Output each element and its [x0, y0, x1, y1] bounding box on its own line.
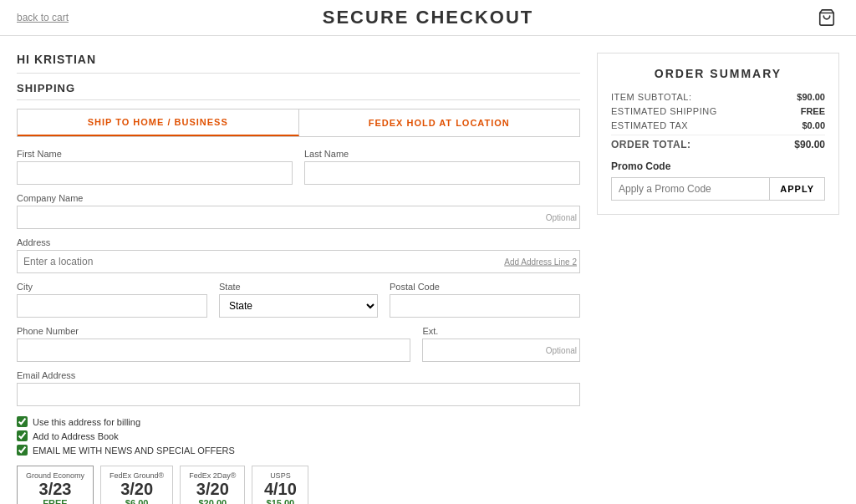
- summary-row-tax: ESTIMATED TAX $0.00: [611, 120, 825, 130]
- ship-date-2: 3/20: [189, 480, 236, 498]
- add-address-line2-link[interactable]: Add Address Line 2: [504, 257, 580, 267]
- right-panel: ORDER SUMMARY ITEM SUBTOTAL: $90.00 ESTI…: [597, 53, 839, 504]
- first-name-group: First Name: [17, 149, 293, 185]
- greeting: HI KRISTIAN: [17, 53, 580, 74]
- checkbox-billing-label: Use this address for billing: [33, 417, 140, 427]
- ext-group: Ext. Optional: [422, 326, 580, 362]
- ship-date-3: 4/10: [261, 480, 299, 498]
- name-row: First Name Last Name: [17, 149, 580, 185]
- ship-date-1: 3/20: [110, 480, 164, 498]
- first-name-input[interactable]: [17, 161, 293, 185]
- phone-group: Phone Number: [17, 326, 410, 362]
- ship-label-1: FedEx Ground®: [110, 471, 164, 480]
- address-label: Address: [17, 237, 580, 247]
- order-summary-title: ORDER SUMMARY: [611, 67, 825, 80]
- checkbox-email-offers-label: EMAIL ME WITH NEWS AND SPECIAL OFFERS: [33, 445, 235, 456]
- ship-label-3: USPS: [261, 471, 299, 480]
- postal-code-group: Postal Code: [390, 282, 580, 318]
- company-optional-hint: Optional: [13, 213, 577, 222]
- address-row: Address Add Address Line 2: [17, 237, 580, 273]
- checkbox-address-book-input[interactable]: [17, 430, 28, 441]
- ship-date-0: 3/23: [26, 480, 84, 498]
- checkbox-email-offers: EMAIL ME WITH NEWS AND SPECIAL OFFERS: [17, 445, 580, 456]
- phone-label: Phone Number: [17, 326, 410, 336]
- address-input[interactable]: [17, 250, 580, 273]
- email-input[interactable]: [17, 383, 580, 406]
- total-value: $90.00: [794, 139, 825, 150]
- page-title: SECURE CHECKOUT: [323, 7, 533, 28]
- left-panel: HI KRISTIAN SHIPPING SHIP TO HOME / BUSI…: [17, 53, 580, 504]
- state-label: State: [219, 282, 378, 292]
- shipping-tab-row: SHIP TO HOME / BUSINESS FEDEX HOLD AT LO…: [17, 109, 580, 137]
- tab-fedex-hold[interactable]: FEDEX HOLD AT LOCATION: [299, 109, 580, 136]
- ship-price-2: $20.00: [189, 498, 236, 504]
- subtotal-value: $90.00: [797, 92, 825, 102]
- last-name-label: Last Name: [304, 149, 580, 159]
- ship-price-3: $15.00: [261, 498, 299, 504]
- tab-ship-to-home[interactable]: SHIP TO HOME / BUSINESS: [18, 109, 299, 136]
- state-select[interactable]: State ALAKAZAR CACOCTDE FLGAHIID ILINIAK…: [219, 294, 378, 318]
- promo-apply-button[interactable]: APPLY: [769, 177, 825, 201]
- shipping-heading: SHIPPING: [17, 82, 580, 100]
- phone-input[interactable]: [17, 339, 410, 362]
- ext-label: Ext.: [422, 326, 580, 336]
- shipping-option-ground-economy[interactable]: Ground Economy 3/23 FREE 2-8 Days: [17, 466, 94, 504]
- company-name-group: Company Name Optional: [17, 193, 580, 229]
- address-input-wrap: Add Address Line 2: [17, 250, 580, 273]
- order-summary-box: ORDER SUMMARY ITEM SUBTOTAL: $90.00 ESTI…: [597, 53, 839, 215]
- shipping-section: SHIPPING SHIP TO HOME / BUSINESS FEDEX H…: [17, 82, 580, 504]
- ship-label-0: Ground Economy: [26, 471, 84, 480]
- state-group: State State ALAKAZAR CACOCTDE FLGAHIID I…: [219, 282, 378, 318]
- email-group: Email Address: [17, 370, 580, 406]
- phone-row: Phone Number Ext. Optional: [17, 326, 580, 362]
- tax-label: ESTIMATED TAX: [611, 120, 688, 130]
- ext-optional-hint: Optional: [546, 346, 577, 355]
- shipping-option-usps[interactable]: USPS 4/10 $15.00 19-24 Days: [252, 466, 308, 504]
- shipping-label: ESTIMATED SHIPPING: [611, 106, 717, 116]
- city-state-postal-row: City State State ALAKAZAR CACOCTDE FLGAH…: [17, 282, 580, 318]
- city-group: City: [17, 282, 207, 318]
- shipping-option-fedex-ground[interactable]: FedEx Ground® 3/20 $6.00 3-5 Days: [100, 466, 173, 504]
- checkbox-section: Use this address for billing Add to Addr…: [17, 416, 580, 456]
- main-layout: HI KRISTIAN SHIPPING SHIP TO HOME / BUSI…: [0, 36, 856, 504]
- postal-code-input[interactable]: [390, 294, 580, 318]
- email-label: Email Address: [17, 370, 580, 380]
- ship-price-1: $6.00: [110, 498, 164, 504]
- tax-value: $0.00: [802, 120, 825, 130]
- summary-row-total: ORDER TOTAL: $90.00: [611, 135, 825, 150]
- promo-row: APPLY: [611, 177, 825, 201]
- last-name-group: Last Name: [304, 149, 580, 185]
- ship-label-2: FedEx 2Day®: [189, 471, 236, 480]
- last-name-input[interactable]: [304, 161, 580, 185]
- promo-label: Promo Code: [611, 160, 825, 172]
- subtotal-label: ITEM SUBTOTAL:: [611, 92, 691, 102]
- city-input[interactable]: [17, 294, 207, 318]
- header: back to cart SECURE CHECKOUT: [0, 0, 856, 36]
- postal-code-label: Postal Code: [390, 282, 580, 292]
- summary-row-shipping: ESTIMATED SHIPPING FREE: [611, 106, 825, 116]
- total-label: ORDER TOTAL:: [611, 139, 691, 150]
- checkbox-address-book: Add to Address Book: [17, 430, 580, 441]
- checkbox-email-offers-input[interactable]: [17, 445, 28, 456]
- back-to-cart-link[interactable]: back to cart: [17, 12, 69, 23]
- city-label: City: [17, 282, 207, 292]
- checkbox-billing-input[interactable]: [17, 416, 28, 427]
- summary-row-subtotal: ITEM SUBTOTAL: $90.00: [611, 92, 825, 102]
- cart-icon[interactable]: [814, 5, 839, 30]
- promo-code-input[interactable]: [611, 177, 769, 201]
- shipping-options: Ground Economy 3/23 FREE 2-8 Days FedEx …: [17, 466, 580, 504]
- shipping-option-fedex-2day[interactable]: FedEx 2Day® 3/20 $20.00 2-3 Days: [180, 466, 245, 504]
- shipping-value: FREE: [801, 106, 825, 116]
- company-name-label: Company Name: [17, 193, 580, 203]
- first-name-label: First Name: [17, 149, 293, 159]
- checkbox-billing: Use this address for billing: [17, 416, 580, 427]
- ship-price-0: FREE: [26, 498, 84, 504]
- checkbox-address-book-label: Add to Address Book: [33, 431, 119, 441]
